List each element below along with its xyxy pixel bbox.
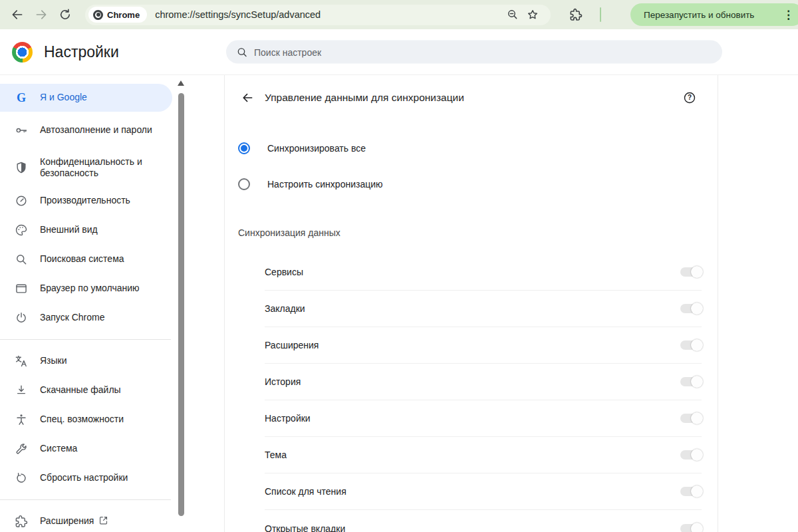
sync-row-open-tabs: Открытые вкладки: [265, 510, 702, 532]
toggle-switch[interactable]: [680, 524, 702, 532]
url-text[interactable]: chrome://settings/syncSetup/advanced: [155, 9, 503, 20]
zoom-out-button[interactable]: [503, 5, 523, 25]
forward-button[interactable]: [29, 3, 53, 27]
puzzle-icon: [15, 515, 28, 528]
sidebar-item-languages[interactable]: Языки: [0, 346, 176, 376]
sidebar-divider: [0, 339, 171, 340]
sync-data-list: Сервисы Закладки Расширения История Наст…: [265, 254, 702, 532]
toggle-switch[interactable]: [680, 304, 702, 313]
sync-settings-card: Управление данными для синхронизации ? С…: [224, 75, 718, 532]
sidebar-item-search-engine[interactable]: Поисковая система: [0, 245, 176, 274]
reload-icon: [59, 8, 72, 21]
sidebar-scrollbar[interactable]: [177, 78, 186, 532]
palette-icon: [15, 223, 28, 237]
toggle-switch[interactable]: [680, 340, 702, 350]
radio-unselected-icon[interactable]: [238, 178, 250, 190]
settings-body: G Я и Google Автозаполнение и пароли Кон…: [0, 75, 798, 532]
sidebar-item-privacy[interactable]: Конфиденциальность и безопасность: [0, 149, 176, 186]
sync-row-bookmarks: Закладки: [265, 291, 702, 327]
back-arrow-icon: [241, 91, 254, 104]
chrome-logo-icon: [12, 42, 33, 63]
app-title: Настройки: [44, 43, 119, 61]
relaunch-update-label: Перезапустить и обновить: [644, 10, 754, 20]
sidebar-item-reset[interactable]: Сбросить настройки: [0, 464, 176, 493]
toolbar-separator: [600, 7, 601, 22]
toggle-switch[interactable]: [680, 450, 702, 460]
sync-row-settings: Настройки: [265, 400, 702, 437]
chrome-logo-mono-icon: [93, 10, 103, 20]
browser-menu-icon[interactable]: ⋮: [780, 9, 797, 21]
sidebar-item-downloads[interactable]: Скачанные файлы: [0, 376, 176, 405]
sidebar-item-extensions[interactable]: Расширения: [0, 507, 176, 532]
speedometer-icon: [15, 194, 28, 207]
sidebar-item-appearance[interactable]: Внешний вид: [0, 215, 176, 245]
scrollbar-up-arrow-icon[interactable]: [178, 80, 184, 86]
help-icon: ?: [683, 91, 696, 104]
external-link-icon: [98, 515, 109, 529]
radio-selected-icon[interactable]: [238, 142, 250, 154]
google-g-icon: G: [15, 91, 28, 104]
sidebar-item-performance[interactable]: Производительность: [0, 186, 176, 215]
search-icon: [237, 47, 247, 57]
back-button[interactable]: [5, 3, 29, 27]
extensions-menu-button[interactable]: [564, 3, 588, 27]
sync-mode-radio-group: Синхронизировать все Настроить синхрониз…: [225, 130, 718, 202]
toggle-switch[interactable]: [680, 377, 702, 386]
sync-data-section-title: Синхронизация данных: [238, 227, 702, 238]
scrollbar-thumb[interactable]: [178, 93, 184, 516]
settings-search[interactable]: [226, 41, 722, 64]
toggle-switch[interactable]: [680, 487, 702, 496]
svg-text:?: ?: [688, 94, 692, 101]
sidebar-item-you-and-google[interactable]: G Я и Google: [0, 84, 172, 112]
reset-icon: [15, 471, 28, 485]
address-bar[interactable]: Chrome chrome://settings/syncSetup/advan…: [85, 5, 551, 25]
sidebar-item-startup[interactable]: Запуск Chrome: [0, 303, 176, 332]
radio-customize-sync[interactable]: Настроить синхронизацию: [225, 166, 718, 202]
relaunch-update-button[interactable]: Перезапустить и обновить ⋮: [630, 3, 798, 26]
sync-row-extensions: Расширения: [265, 327, 702, 364]
sync-row-theme: Тема: [265, 437, 702, 473]
magnifier-icon: [15, 253, 28, 266]
wrench-icon: [15, 442, 28, 456]
key-icon: [15, 124, 28, 137]
subpage-title: Управление данными для синхронизации: [265, 92, 464, 104]
star-icon: [527, 9, 539, 21]
accessibility-icon: [15, 413, 28, 426]
back-icon: [11, 8, 24, 21]
download-icon: [15, 384, 28, 397]
zoom-out-icon: [507, 9, 519, 21]
sidebar-item-autofill[interactable]: Автозаполнение и пароли: [0, 112, 176, 149]
settings-search-input[interactable]: [254, 47, 712, 57]
forward-icon: [35, 8, 48, 21]
sync-row-apps: Сервисы: [265, 254, 702, 291]
power-icon: [15, 311, 28, 325]
sidebar-item-default-browser[interactable]: Браузер по умолчанию: [0, 274, 176, 303]
origin-chip: Chrome: [88, 7, 147, 23]
subpage-header: Управление данными для синхронизации ?: [225, 75, 718, 120]
sidebar-item-system[interactable]: Система: [0, 434, 176, 464]
reload-button[interactable]: [53, 3, 77, 27]
radio-sync-everything[interactable]: Синхронизировать все: [225, 130, 718, 166]
origin-chip-label: Chrome: [107, 10, 140, 20]
browser-window-icon: [15, 282, 28, 295]
toggle-switch[interactable]: [680, 267, 702, 277]
bookmark-button[interactable]: [523, 5, 543, 25]
shield-icon: [15, 161, 28, 174]
puzzle-icon: [569, 8, 583, 21]
browser-toolbar: Chrome chrome://settings/syncSetup/advan…: [0, 0, 798, 29]
sidebar-item-accessibility[interactable]: Спец. возможности: [0, 405, 176, 434]
sync-row-history: История: [265, 364, 702, 400]
subpage-back-button[interactable]: [235, 86, 259, 110]
settings-sidebar: G Я и Google Автозаполнение и пароли Кон…: [0, 75, 176, 532]
settings-header: Настройки: [0, 29, 798, 75]
help-button[interactable]: ?: [678, 86, 702, 110]
sidebar-divider: [0, 499, 171, 500]
sync-row-reading-list: Список для чтения: [265, 473, 702, 510]
translate-icon: [15, 354, 28, 368]
toggle-switch[interactable]: [680, 414, 702, 423]
